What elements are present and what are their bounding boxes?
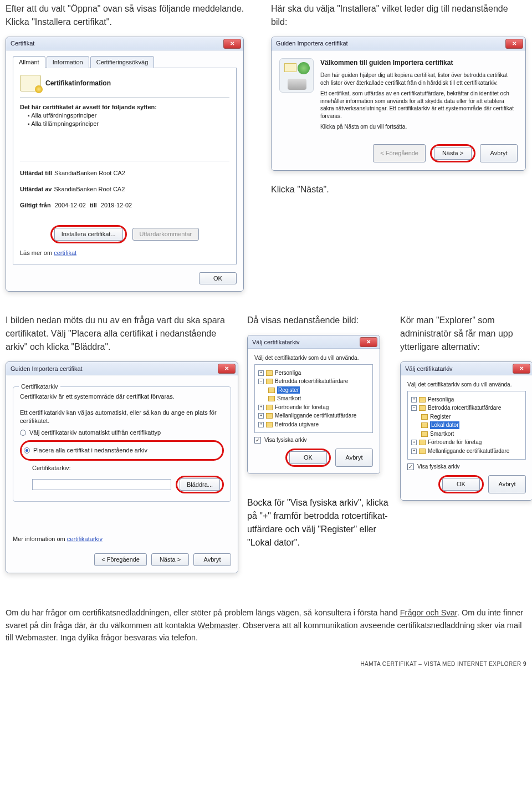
selected-local[interactable]: Lokal dator bbox=[430, 421, 459, 429]
store-tree[interactable]: +Personliga −Betrodda rotcertifikatutfär… bbox=[254, 364, 373, 434]
install-cert-button[interactable]: Installera certifikat... bbox=[54, 228, 123, 241]
store-tree[interactable]: +Personliga −Betrodda rotcertifikatutfär… bbox=[407, 391, 526, 460]
issued-to-label: Utfärdat till bbox=[20, 170, 52, 176]
tab-info[interactable]: Information bbox=[47, 56, 89, 68]
purpose-heading: Det här certifikatet är avsett för följa… bbox=[20, 104, 157, 110]
sel2-top: Välj det certifikatarkiv som du vill anv… bbox=[407, 381, 526, 389]
selected-register[interactable]: Register bbox=[277, 386, 300, 394]
show-physical-label: Visa fysiska arkiv bbox=[264, 436, 307, 444]
more-link[interactable]: certifikat bbox=[54, 249, 76, 256]
show-physical-label: Visa fysiska arkiv bbox=[417, 463, 460, 471]
cancel-button[interactable]: Avbryt bbox=[193, 553, 231, 566]
close-icon[interactable]: ✕ bbox=[513, 364, 530, 374]
cert-title: Certifikat bbox=[11, 39, 34, 48]
issuer-comment-button: Utfärdarkommentar bbox=[132, 228, 200, 241]
purpose-item: Alla tillämpningsprinciper bbox=[28, 120, 229, 128]
mid-c1-text: I bilden nedan möts du nu av en fråga va… bbox=[6, 314, 238, 354]
page-footer: HÄMTA CERTIFIKAT – VISTA MED INTERNET EX… bbox=[6, 660, 526, 668]
intro-right: Här ska du välja "Installera" vilket led… bbox=[271, 2, 526, 29]
close-icon[interactable]: ✕ bbox=[218, 364, 236, 374]
radio-auto[interactable]: Välj certifikatarkiv automatiskt utifrån… bbox=[20, 429, 224, 437]
klicka-nasta-text: Klicka "Nästa". bbox=[271, 183, 526, 196]
store-desc2: Ett certifikatarkiv kan väljas automatis… bbox=[20, 409, 224, 425]
ok-button[interactable]: OK bbox=[199, 272, 237, 285]
store-label: Certifikatarkiv: bbox=[32, 464, 224, 472]
tab-general[interactable]: Allmänt bbox=[13, 56, 45, 68]
highlight-install: Installera certifikat... bbox=[50, 225, 127, 243]
close-icon[interactable]: ✕ bbox=[223, 39, 241, 49]
valid-to-value: 2019-12-02 bbox=[101, 202, 132, 208]
store-more-label: Mer information om bbox=[13, 536, 65, 542]
cert-window: Certifikat ✕ Allmänt Information Certifi… bbox=[6, 37, 244, 292]
wizard-para: Ett certifikat, som utfärdas av en certi… bbox=[320, 90, 518, 120]
store-window: Guiden Importera certifikat ✕ Certifikat… bbox=[6, 361, 238, 573]
radio-place-label: Placera alla certifikat i nedanstående a… bbox=[33, 446, 147, 455]
more-label: Läs mer om bbox=[20, 249, 52, 256]
wizard-heading: Välkommen till guiden Importera certifik… bbox=[320, 58, 518, 67]
ok-button[interactable]: OK bbox=[289, 451, 327, 464]
show-physical-checkbox[interactable]: ✓ bbox=[254, 437, 261, 444]
next-button[interactable]: Nästa > bbox=[434, 147, 472, 160]
mid-c3-text: Kör man "Explorer" som administratör så … bbox=[400, 314, 532, 354]
store-more-link[interactable]: certifikatarkiv bbox=[67, 536, 103, 542]
store-title: Guiden Importera certifikat bbox=[11, 365, 83, 373]
store-path-input[interactable] bbox=[32, 479, 171, 490]
faq-paragraph: Om du har frågor om certifikatsnedladdni… bbox=[6, 607, 526, 644]
wizard-title: Guiden Importera certifikat bbox=[276, 39, 348, 48]
store-desc: Certifikatarkiv är ett systemområde där … bbox=[20, 393, 224, 401]
select-store-window-2: Välj certifikatarkiv ✕ Välj det certifik… bbox=[400, 361, 532, 500]
cancel-button[interactable]: Avbryt bbox=[480, 144, 518, 162]
valid-to-label: till bbox=[90, 202, 97, 208]
cancel-button[interactable]: Avbryt bbox=[335, 449, 373, 467]
highlight-next: Nästa > bbox=[430, 144, 475, 162]
show-physical-checkbox[interactable]: ✓ bbox=[407, 463, 414, 470]
ok-button[interactable]: OK bbox=[442, 478, 480, 491]
wizard-window: Guiden Importera certifikat ✕ Välkommen … bbox=[271, 37, 526, 171]
faq-link-2[interactable]: Webmaster bbox=[198, 621, 238, 630]
valid-from-label: Giltigt från bbox=[20, 202, 51, 208]
wizard-para: Klicka på Nästa om du vill fortsätta. bbox=[320, 123, 518, 131]
highlight-browse: Bläddra... bbox=[176, 476, 224, 494]
back-button: < Föregående bbox=[373, 144, 426, 162]
browse-button[interactable]: Bläddra... bbox=[180, 478, 220, 491]
valid-from-value: 2004-12-02 bbox=[55, 202, 86, 208]
tab-path[interactable]: Certifieringssökväg bbox=[90, 56, 155, 68]
issued-by-value: SkandiaBanken Root CA2 bbox=[54, 186, 125, 192]
certificate-icon bbox=[20, 75, 41, 91]
sel1-top: Välj det certifikatarkiv som du vill anv… bbox=[254, 354, 373, 362]
close-icon[interactable]: ✕ bbox=[505, 39, 523, 49]
intro-left: Efter att du valt "Öppna" ovan så visas … bbox=[6, 2, 261, 29]
purpose-item: Alla utfärdningsprinciper bbox=[28, 111, 229, 120]
issued-to-value: SkandiaBanken Root CA2 bbox=[54, 170, 125, 176]
cert-info-heading: Certifikatinformation bbox=[45, 79, 111, 88]
radio-place[interactable]: Placera alla certifikat i nedanstående a… bbox=[24, 446, 220, 455]
next-button[interactable]: Nästa > bbox=[151, 553, 189, 566]
select-store-window-1: Välj certifikatarkiv ✕ Välj det certifik… bbox=[247, 335, 380, 473]
group-legend: Certifikatarkiv bbox=[19, 383, 60, 391]
wizard-icon bbox=[279, 58, 314, 93]
sel1-title: Välj certifikatarkiv bbox=[252, 338, 300, 347]
mid-c2-text: Då visas nedanstående bild: bbox=[247, 314, 391, 327]
faq-link-1[interactable]: Frågor och Svar bbox=[400, 608, 457, 617]
radio-auto-label: Välj certifikatarkiv automatiskt utifrån… bbox=[29, 429, 161, 437]
cancel-button[interactable]: Avbryt bbox=[488, 475, 526, 493]
tip-text: Bocka för "Visa fysiska arkiv", klicka p… bbox=[247, 496, 391, 549]
back-button[interactable]: < Föregående bbox=[94, 553, 147, 566]
issued-by-label: Utfärdat av bbox=[20, 186, 52, 192]
sel2-title: Välj certifikatarkiv bbox=[405, 365, 453, 373]
close-icon[interactable]: ✕ bbox=[360, 337, 377, 347]
wizard-para: Den här guiden hjälper dig att kopiera c… bbox=[320, 72, 518, 86]
